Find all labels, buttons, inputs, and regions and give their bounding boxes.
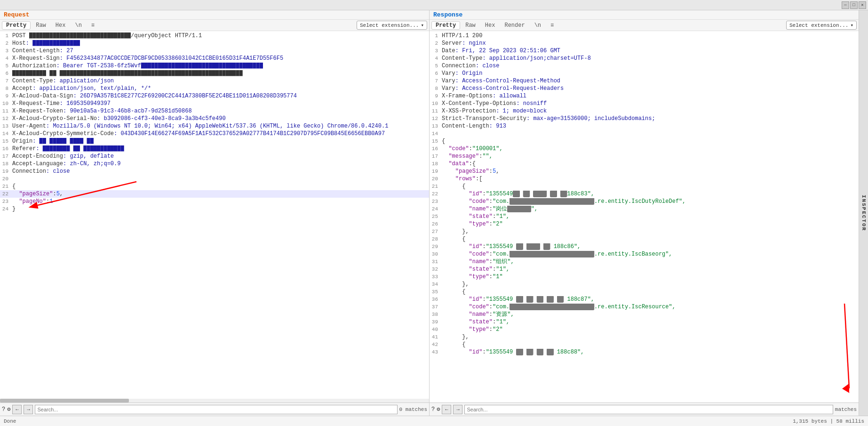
line-content: Content-Type: application/json bbox=[12, 77, 428, 85]
line-row: 22 "pageSize":5, bbox=[0, 190, 429, 198]
line-content: Content-Length: 27 bbox=[12, 47, 428, 55]
line-content: "rows":[ bbox=[442, 175, 858, 183]
line-number: 10 bbox=[1, 100, 12, 107]
line-number: 42 bbox=[430, 341, 442, 348]
maximize-button[interactable]: □ bbox=[850, 1, 858, 9]
line-content: HTTP/1.1 200 bbox=[442, 32, 858, 40]
line-content: }, bbox=[442, 333, 858, 341]
line-row: 18 "data":{ bbox=[430, 160, 859, 168]
line-content: "pageSize":5, bbox=[12, 190, 428, 198]
response-prev-button[interactable]: ← bbox=[442, 405, 451, 414]
line-number: 38 bbox=[430, 311, 442, 318]
tab-render-response[interactable]: Render bbox=[500, 21, 529, 30]
tab-raw-request[interactable]: Raw bbox=[32, 21, 50, 30]
line-number: 23 bbox=[430, 198, 442, 205]
line-row: 19 "pageSize":5, bbox=[430, 168, 859, 175]
request-panel: Request Pretty Raw Hex \n ≡ Select exten… bbox=[0, 10, 430, 416]
line-row: 37 "code":"com.█████████████████████████… bbox=[430, 303, 859, 311]
line-row: 12Strict-Transport-Security: max-age=315… bbox=[430, 115, 859, 122]
line-row: 34 }, bbox=[430, 281, 859, 288]
line-row: 39 "state":"1", bbox=[430, 318, 859, 326]
line-row: 21 { bbox=[430, 183, 859, 190]
inspector-sidebar[interactable]: INSPECTOR bbox=[859, 10, 868, 416]
line-row: 5Authorization: Bearer TGT-2538-6fz5Wvf█… bbox=[0, 62, 429, 70]
line-content: { bbox=[442, 341, 858, 348]
line-content: { bbox=[12, 183, 428, 190]
line-content: "id":"1355549 ██ ██ ██ ██ ██ 188c87", bbox=[442, 296, 858, 303]
tab-pretty-request[interactable]: Pretty bbox=[2, 21, 31, 30]
line-number: 12 bbox=[430, 115, 442, 122]
line-number: 24 bbox=[1, 205, 12, 213]
line-row: 42 { bbox=[430, 341, 859, 348]
line-number: 26 bbox=[430, 220, 442, 228]
line-row: 15Origin: ██ █████ ████ ██ bbox=[0, 137, 429, 145]
line-row: 31 "name":"组织", bbox=[430, 258, 859, 265]
line-content: X-Acloud-Data-Sign: 26D79A357B1C8E277C2F… bbox=[12, 92, 428, 100]
request-search-input[interactable] bbox=[35, 405, 397, 414]
line-content: "state":"1", bbox=[442, 213, 858, 220]
response-panel: Response Pretty Raw Hex Render \n ≡ Sele… bbox=[430, 10, 859, 416]
line-row: 2Host: ██████████████ bbox=[0, 40, 429, 47]
line-number: 15 bbox=[1, 137, 12, 145]
select-extension-response[interactable]: Select extension... ▾ bbox=[786, 21, 857, 30]
line-row: 4Content-Type: application/json;charset=… bbox=[430, 55, 859, 62]
line-number: 22 bbox=[430, 190, 442, 198]
close-button[interactable]: ✕ bbox=[859, 1, 866, 9]
line-row: 29 "id":"1355549 ██ ████ ██ 188c86", bbox=[430, 243, 859, 250]
select-extension-request[interactable]: Select extension... ▾ bbox=[357, 21, 427, 30]
response-question-icon[interactable]: ? bbox=[431, 406, 435, 413]
line-row: 41 }, bbox=[430, 333, 859, 341]
line-row: 19Connection: close bbox=[0, 168, 429, 175]
line-number: 21 bbox=[1, 183, 12, 190]
request-content[interactable]: 1POST ██████████████████████████████/que… bbox=[0, 31, 429, 402]
line-number: 14 bbox=[430, 130, 442, 137]
minimize-button[interactable]: — bbox=[842, 1, 849, 9]
line-content: Accept-Language: zh-CN, zh;q=0.9 bbox=[12, 160, 428, 168]
tab-hex-request[interactable]: Hex bbox=[51, 21, 70, 30]
request-next-button[interactable]: → bbox=[24, 405, 33, 414]
line-content: Content-Type: application/json;charset=U… bbox=[442, 55, 858, 62]
line-content: Vary: Access-Control-Request-Headers bbox=[442, 85, 858, 92]
tab-menu-response[interactable]: ≡ bbox=[546, 21, 558, 30]
line-number: 16 bbox=[430, 145, 442, 153]
response-settings-icon[interactable]: ⚙ bbox=[437, 406, 440, 413]
tab-menu-request[interactable]: ≡ bbox=[87, 21, 99, 30]
line-number: 4 bbox=[1, 55, 12, 62]
line-content: "state":"1", bbox=[442, 318, 858, 326]
line-content: "name":"组织", bbox=[442, 258, 858, 265]
tab-newline-request[interactable]: \n bbox=[71, 21, 86, 30]
tab-raw-response[interactable]: Raw bbox=[461, 21, 480, 30]
line-row: 30 "code":"com.█████████████████████████… bbox=[430, 250, 859, 258]
line-row: 20 bbox=[0, 175, 429, 183]
line-row: 43 "id":"1355549 ██ ██ ██ ██ 188c88", bbox=[430, 348, 859, 356]
response-next-button[interactable]: → bbox=[453, 405, 462, 414]
line-content: "data":{ bbox=[442, 160, 858, 168]
request-question-icon[interactable]: ? bbox=[2, 406, 5, 413]
tab-hex-response[interactable]: Hex bbox=[481, 21, 500, 30]
line-number: 34 bbox=[430, 281, 442, 288]
line-row: 10X-Content-Type-Options: nosniff bbox=[430, 100, 859, 107]
line-number: 1 bbox=[430, 32, 442, 40]
line-number: 5 bbox=[430, 62, 442, 70]
line-row: 36 "id":"1355549 ██ ██ ██ ██ ██ 188c87", bbox=[430, 296, 859, 303]
line-row: 17Accept-Encoding: gzip, deflate bbox=[0, 153, 429, 160]
line-number: 10 bbox=[430, 100, 442, 107]
request-prev-button[interactable]: ← bbox=[12, 405, 22, 414]
line-number: 30 bbox=[430, 250, 442, 258]
response-content[interactable]: 1HTTP/1.1 2002Server: nginx3Date: Fri, 2… bbox=[430, 31, 859, 402]
tab-newline-response[interactable]: \n bbox=[530, 21, 545, 30]
response-search-input[interactable] bbox=[464, 405, 833, 414]
request-title: Request bbox=[2, 11, 32, 18]
line-content: X-Frame-Options: allowall bbox=[442, 92, 858, 100]
line-content: "code":"com.█████████████████████████.re… bbox=[442, 198, 858, 205]
line-number: 9 bbox=[430, 92, 442, 100]
line-row: 14 bbox=[430, 130, 859, 137]
line-row: 18Accept-Language: zh-CN, zh;q=0.9 bbox=[0, 160, 429, 168]
request-settings-icon[interactable]: ⚙ bbox=[7, 406, 10, 413]
line-row: 8Accept: application/json, text/plain, *… bbox=[0, 85, 429, 92]
line-number: 11 bbox=[1, 107, 12, 115]
line-row: 25 "state":"1", bbox=[430, 213, 859, 220]
tab-pretty-response[interactable]: Pretty bbox=[431, 21, 460, 30]
line-number: 21 bbox=[430, 183, 442, 190]
line-number: 5 bbox=[1, 62, 12, 70]
